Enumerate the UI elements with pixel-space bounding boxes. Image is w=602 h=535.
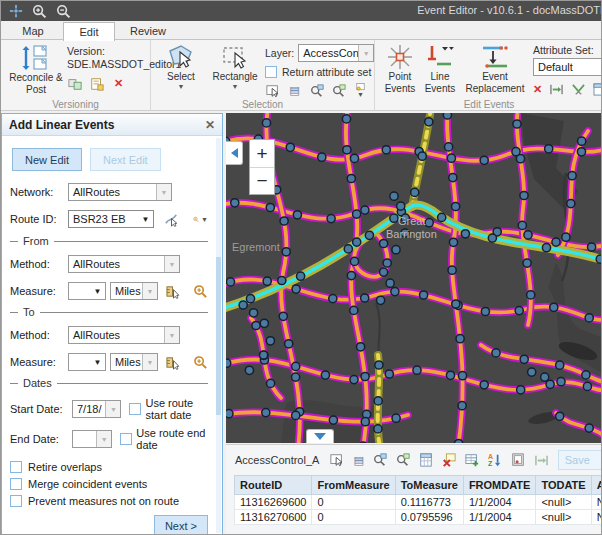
- zoom-in-icon[interactable]: [32, 4, 47, 19]
- layer-combobox-caret[interactable]: ▼: [358, 45, 373, 61]
- route-id-caret[interactable]: ▼: [138, 211, 153, 227]
- zoom-to-route-icon[interactable]: ▼: [193, 212, 208, 227]
- selection-list-icon[interactable]: ▤: [287, 83, 302, 98]
- tab-map[interactable]: Map: [7, 22, 59, 40]
- from-method-caret[interactable]: ▼: [164, 256, 179, 272]
- select-by-area-icon[interactable]: [265, 83, 280, 98]
- rectangle-dropdown-caret[interactable]: ▼: [232, 83, 239, 90]
- to-measure-caret[interactable]: ▼: [90, 354, 105, 370]
- table-open-form-icon[interactable]: [511, 453, 525, 468]
- to-measure-combobox[interactable]: ▼: [68, 353, 106, 371]
- to-unit-caret[interactable]: ▼: [142, 354, 157, 370]
- reconcile-post-button[interactable]: Reconcile & Post: [7, 44, 65, 95]
- next-edit-button[interactable]: Next Edit: [90, 148, 161, 171]
- trim-event-icon[interactable]: [571, 82, 586, 97]
- table-layer-name[interactable]: AccessControl_A: [235, 454, 319, 466]
- zoom-to-selection-icon[interactable]: [309, 83, 324, 98]
- zoom-to-route-caret[interactable]: ▼: [201, 216, 208, 223]
- event-attributes-icon[interactable]: [593, 82, 602, 97]
- from-method-combobox[interactable]: AllRoutes ▼: [68, 255, 180, 273]
- select-route-on-map-icon[interactable]: [164, 212, 179, 227]
- save-button[interactable]: Save: [558, 450, 602, 470]
- use-route-start-checkbox[interactable]: [129, 403, 141, 415]
- delete-event-icon[interactable]: ✕: [533, 82, 542, 97]
- map-zoom-in-button[interactable]: +: [250, 140, 274, 167]
- cell-todate[interactable]: <null>: [536, 510, 591, 525]
- use-route-end-checkbox[interactable]: [120, 433, 132, 445]
- new-edit-button[interactable]: New Edit: [12, 148, 82, 171]
- panel-scrollbar[interactable]: [216, 138, 221, 533]
- map-zoom-out-button[interactable]: −: [250, 167, 274, 194]
- to-unit-combobox[interactable]: Miles ▼: [110, 353, 158, 371]
- cell-todate[interactable]: <null>: [536, 495, 591, 510]
- col-todate[interactable]: TODATE: [536, 476, 591, 495]
- table-sort-icon[interactable]: AZ: [488, 453, 502, 468]
- cell-frommeasure[interactable]: 0: [312, 510, 395, 525]
- retire-overlaps-checkbox[interactable]: [10, 461, 22, 473]
- map-canvas[interactable]: Egremont Great Barrington: [226, 113, 602, 443]
- to-measure-picker-icon[interactable]: [166, 355, 181, 370]
- end-date-caret[interactable]: ▼: [96, 431, 111, 447]
- network-caret[interactable]: ▼: [156, 184, 171, 200]
- start-date-caret[interactable]: ▼: [105, 401, 120, 417]
- to-method-combobox[interactable]: AllRoutes ▼: [68, 326, 180, 344]
- table-row[interactable]: 11316270600 0 0.0795596 1/1/2004 <null> …: [235, 510, 602, 525]
- cell-fromdate[interactable]: 1/1/2004: [463, 495, 536, 510]
- col-routeid[interactable]: RouteID: [235, 476, 312, 495]
- table-select-icon[interactable]: [330, 453, 344, 468]
- cell-ac[interactable]: N: [591, 495, 602, 510]
- tab-review[interactable]: Review: [119, 22, 177, 40]
- from-measure-zoom-icon[interactable]: [193, 284, 208, 299]
- route-id-combobox[interactable]: BSR23 EB ▼: [68, 210, 154, 228]
- select-button[interactable]: Select ▼: [159, 43, 203, 90]
- cell-routeid[interactable]: 11316269600: [235, 495, 312, 510]
- cell-tomeasure[interactable]: 0.0795596: [395, 510, 463, 525]
- start-date-combobox[interactable]: 7/18/ ▼: [72, 400, 121, 418]
- collapse-table-button[interactable]: [306, 429, 334, 443]
- merge-coincident-checkbox[interactable]: [10, 478, 22, 490]
- attribute-set-combobox[interactable]: Default ▼: [533, 58, 602, 76]
- table-extend-icon[interactable]: [534, 453, 549, 468]
- table-calculate-icon[interactable]: [419, 453, 433, 468]
- next-button[interactable]: Next >: [154, 515, 208, 535]
- cell-tomeasure[interactable]: 0.1116773: [395, 495, 463, 510]
- cell-routeid[interactable]: 11316270600: [235, 510, 312, 525]
- table-add-record-icon[interactable]: [465, 453, 479, 468]
- from-measure-picker-icon[interactable]: [166, 284, 181, 299]
- zoom-out-icon[interactable]: [56, 4, 71, 19]
- to-measure-zoom-icon[interactable]: [193, 355, 208, 370]
- pan-to-selection-icon[interactable]: [331, 83, 346, 98]
- event-replacement-button[interactable]: Event Replacement: [463, 43, 527, 94]
- extend-event-icon[interactable]: [549, 82, 564, 97]
- from-unit-combobox[interactable]: Miles ▼: [110, 282, 158, 300]
- cell-ac[interactable]: N: [591, 510, 602, 525]
- col-tomeasure[interactable]: ToMeasure: [395, 476, 463, 495]
- table-pan-selected-icon[interactable]: [396, 453, 410, 468]
- cell-fromdate[interactable]: 1/1/2004: [463, 510, 536, 525]
- prevent-measures-checkbox[interactable]: [10, 495, 22, 507]
- select-dropdown-caret[interactable]: ▼: [178, 83, 185, 90]
- end-date-combobox[interactable]: ▼: [72, 430, 112, 448]
- network-combobox[interactable]: AllRoutes ▼: [68, 183, 172, 201]
- pan-icon[interactable]: [8, 4, 23, 19]
- create-version-icon[interactable]: [89, 76, 104, 91]
- col-frommeasure[interactable]: FromMeasure: [312, 476, 395, 495]
- tab-edit[interactable]: Edit: [63, 22, 115, 41]
- panel-close-icon[interactable]: ✕: [205, 118, 215, 132]
- point-events-button[interactable]: Point Events: [381, 43, 419, 94]
- table-zoom-selected-icon[interactable]: [373, 453, 387, 468]
- delete-version-icon[interactable]: ✕: [111, 76, 126, 91]
- selection-options-icon[interactable]: ▼: [353, 83, 368, 98]
- layer-combobox[interactable]: AccessControl_A ▼: [298, 44, 374, 62]
- cell-frommeasure[interactable]: 0: [312, 495, 395, 510]
- line-events-button[interactable]: Line Events: [421, 43, 459, 94]
- from-unit-caret[interactable]: ▼: [142, 283, 157, 299]
- to-method-caret[interactable]: ▼: [164, 327, 179, 343]
- rectangle-select-button[interactable]: Rectangle ▼: [209, 43, 261, 90]
- col-fromdate[interactable]: FROMDATE: [463, 476, 536, 495]
- col-ac[interactable]: AC: [591, 476, 602, 495]
- from-measure-caret[interactable]: ▼: [90, 283, 105, 299]
- switch-version-icon[interactable]: [67, 76, 82, 91]
- table-clear-selection-icon[interactable]: [442, 453, 456, 468]
- return-attribute-set-checkbox[interactable]: [265, 66, 277, 78]
